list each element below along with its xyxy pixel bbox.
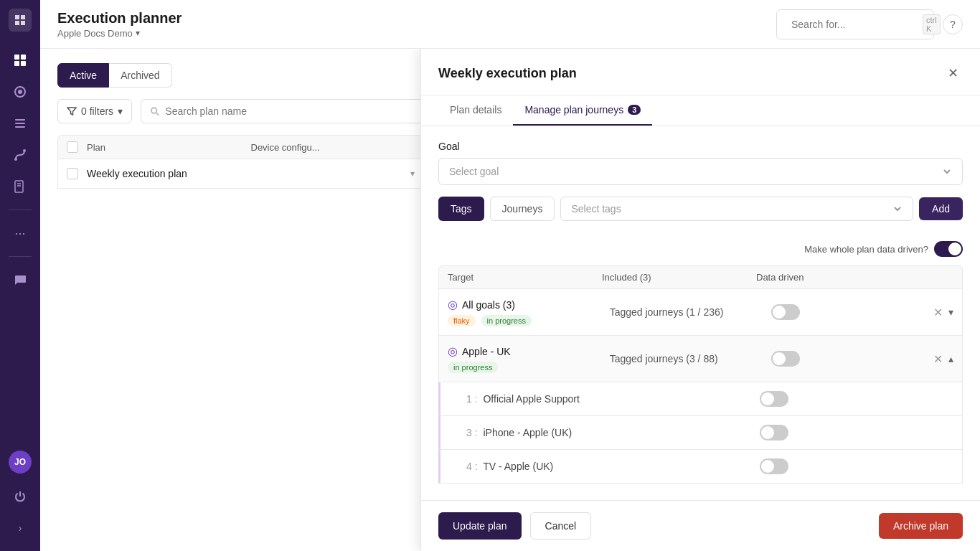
data-driven-label: Make whole plan data driven? bbox=[804, 244, 928, 255]
tags-select-placeholder: Select tags bbox=[571, 203, 621, 215]
select-all-checkbox[interactable] bbox=[67, 141, 78, 153]
svg-rect-11 bbox=[15, 181, 23, 192]
data-driven-toggle[interactable] bbox=[934, 241, 963, 257]
panel-close-button[interactable]: ✕ bbox=[943, 63, 963, 83]
expand-sidebar-icon[interactable]: › bbox=[6, 514, 34, 542]
data-driven-toggle-1[interactable] bbox=[771, 351, 800, 367]
filter-chevron-icon: ▾ bbox=[118, 105, 123, 117]
tab-plan-details[interactable]: Plan details bbox=[438, 95, 513, 126]
col-actions-header bbox=[910, 272, 953, 283]
remove-row-0-icon[interactable]: ✕ bbox=[933, 306, 943, 319]
tab-manage-journeys-badge: 3 bbox=[628, 105, 641, 115]
top-header: Execution planner Apple Docs Demo ▾ ctrl… bbox=[40, 0, 980, 49]
route-icon[interactable] bbox=[6, 141, 34, 169]
update-plan-button[interactable]: Update plan bbox=[438, 512, 522, 540]
sub-data-driven-0 bbox=[760, 391, 910, 407]
sub-toggle-knob-1 bbox=[761, 426, 774, 439]
svg-line-17 bbox=[156, 113, 159, 115]
goal-label: Goal bbox=[438, 141, 963, 152]
list-icon[interactable] bbox=[6, 109, 34, 138]
sub-toggle-2[interactable] bbox=[760, 458, 788, 474]
tags-toggle-button[interactable]: Tags bbox=[438, 197, 484, 221]
search-plan-icon bbox=[150, 106, 159, 116]
add-button[interactable]: Add bbox=[919, 197, 963, 220]
dashboard-icon[interactable] bbox=[6, 46, 34, 75]
power-icon[interactable] bbox=[6, 482, 34, 511]
filter-icon bbox=[67, 106, 77, 116]
col-data-driven-header: Data driven bbox=[756, 272, 910, 283]
filter-button[interactable]: 0 filters ▾ bbox=[57, 99, 132, 123]
workspace-selector[interactable]: Apple Docs Demo ▾ bbox=[57, 28, 776, 39]
svg-rect-6 bbox=[15, 119, 25, 121]
expand-row-1-icon[interactable]: ▴ bbox=[948, 353, 953, 364]
plan-list-area: Active Archived 0 filters ▾ Pla bbox=[40, 49, 442, 551]
search-plan-box[interactable] bbox=[141, 99, 424, 123]
tab-active[interactable]: Active bbox=[57, 63, 109, 88]
toggle-knob bbox=[948, 242, 961, 255]
app-logo[interactable] bbox=[9, 9, 32, 32]
chat-icon[interactable] bbox=[6, 265, 34, 294]
sub-data-driven-1 bbox=[760, 425, 910, 441]
side-panel: Weekly execution plan ✕ Plan details Man… bbox=[420, 49, 980, 551]
filter-row: 0 filters ▾ bbox=[57, 99, 424, 123]
sub-toggle-0[interactable] bbox=[760, 391, 788, 407]
user-avatar[interactable]: JO bbox=[9, 451, 32, 474]
goal-select-chevron-icon bbox=[942, 166, 952, 176]
data-driven-toggle-0[interactable] bbox=[771, 304, 800, 320]
svg-point-9 bbox=[14, 158, 17, 161]
goal-select-placeholder: Select goal bbox=[449, 166, 499, 177]
included-cell-1: Tagged journeys (3 / 88) bbox=[610, 353, 772, 364]
sub-row-label-2: 4 : TV - Apple (UK) bbox=[458, 461, 760, 472]
main-area: Execution planner Apple Docs Demo ▾ ctrl… bbox=[40, 0, 980, 551]
panel-tabs: Plan details Manage plan journeys 3 bbox=[421, 95, 980, 126]
table-row[interactable]: Weekly execution plan ▾ bbox=[57, 159, 424, 189]
tab-plan-details-label: Plan details bbox=[450, 104, 501, 116]
journey-table-header: Target Included (3) Data driven bbox=[438, 265, 963, 289]
col-included-header: Included (3) bbox=[602, 272, 756, 283]
sub-row-2: 4 : TV - Apple (UK) bbox=[438, 450, 963, 484]
expand-row-0-icon[interactable]: ▾ bbox=[948, 306, 953, 318]
data-driven-cell-0 bbox=[771, 304, 933, 320]
analytics-icon[interactable] bbox=[6, 77, 34, 106]
archive-plan-button[interactable]: Archive plan bbox=[879, 513, 963, 539]
plan-table-header: Plan Device configu... bbox=[57, 135, 424, 159]
svg-rect-2 bbox=[14, 61, 19, 66]
plan-name: Weekly execution plan bbox=[87, 168, 410, 179]
row-checkbox[interactable] bbox=[67, 168, 78, 179]
journeys-toggle-button[interactable]: Journeys bbox=[490, 197, 555, 221]
tab-manage-journeys[interactable]: Manage plan journeys 3 bbox=[513, 95, 652, 126]
cancel-button[interactable]: Cancel bbox=[530, 512, 592, 540]
global-search-input[interactable] bbox=[791, 19, 917, 30]
tab-manage-journeys-label: Manage plan journeys bbox=[524, 104, 623, 116]
journey-row-0[interactable]: ◎ All goals (3) flaky in progress Tagged… bbox=[438, 289, 963, 336]
svg-point-5 bbox=[18, 90, 22, 94]
tags-select-dropdown[interactable]: Select tags bbox=[560, 197, 913, 221]
global-search[interactable]: ctrl K bbox=[776, 9, 934, 39]
workspace-name: Apple Docs Demo bbox=[57, 28, 133, 39]
search-plan-input[interactable] bbox=[165, 105, 415, 117]
goal-select-dropdown[interactable]: Select goal bbox=[438, 158, 963, 185]
sub-toggle-knob-2 bbox=[761, 460, 774, 473]
tab-archived[interactable]: Archived bbox=[109, 63, 171, 88]
sub-data-driven-2 bbox=[760, 458, 910, 474]
sub-toggle-1[interactable] bbox=[760, 425, 788, 441]
tag-flaky-0: flaky bbox=[448, 315, 476, 326]
remove-row-1-icon[interactable]: ✕ bbox=[933, 352, 943, 366]
content-area: Active Archived 0 filters ▾ Pla bbox=[40, 49, 980, 551]
sub-row-number-2: 4 : bbox=[466, 461, 478, 472]
sub-row-number-1: 3 : bbox=[466, 427, 478, 438]
row-expand-icon[interactable]: ▾ bbox=[410, 169, 415, 179]
footer-left-actions: Update plan Cancel bbox=[438, 512, 591, 540]
goal-icon-0: ◎ bbox=[448, 298, 458, 311]
goal-name-0: ◎ All goals (3) bbox=[448, 298, 610, 311]
col-plan-header: Plan bbox=[87, 142, 251, 153]
sub-toggle-knob-0 bbox=[761, 392, 774, 405]
help-button[interactable]: ? bbox=[943, 14, 963, 34]
tags-journeys-row: Tags Journeys Select tags Add bbox=[438, 197, 963, 221]
tags-select-chevron-icon bbox=[892, 204, 903, 214]
book-icon[interactable] bbox=[6, 172, 34, 201]
goal-name-1: ◎ Apple - UK bbox=[448, 344, 610, 358]
more-icon[interactable]: ··· bbox=[6, 219, 34, 248]
journey-row-1[interactable]: ◎ Apple - UK in progress Tagged journeys… bbox=[438, 336, 963, 382]
journey-actions-1: ✕ ▴ bbox=[933, 352, 953, 366]
